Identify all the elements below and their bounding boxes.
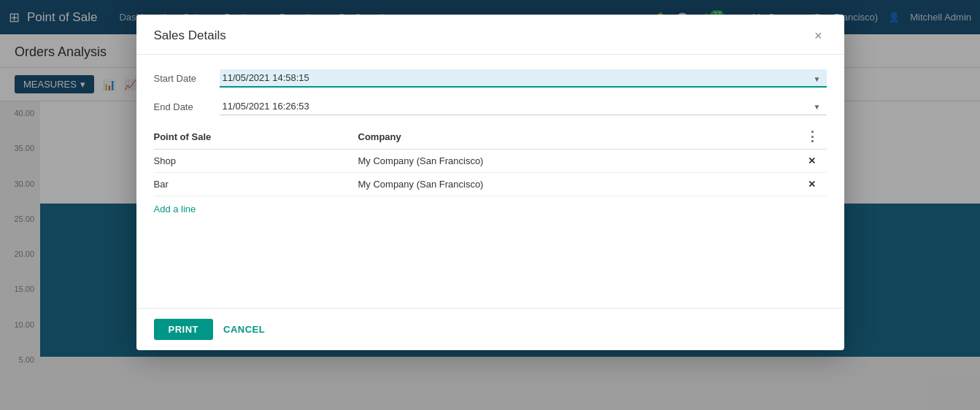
start-date-field-wrap: ▼ [220, 69, 827, 88]
sales-details-modal: Sales Details × Start Date ▼ End Date ▼ [136, 15, 844, 350]
table-row: Bar My Company (San Francisco) ✕ [154, 173, 827, 196]
add-line-link[interactable]: Add a line [154, 204, 196, 214]
end-date-row: End Date ▼ [154, 98, 827, 115]
delete-row-button[interactable]: ✕ [798, 155, 827, 166]
end-date-dropdown-icon: ▼ [814, 103, 821, 111]
start-date-input[interactable] [220, 69, 827, 88]
print-button[interactable]: PRINT [154, 319, 214, 340]
modal-body: Start Date ▼ End Date ▼ Point of Sale Co… [136, 55, 844, 308]
company-name: My Company (San Francisco) [358, 179, 798, 190]
pos-table: Point of Sale Company ⋮ Shop My Company … [154, 128, 827, 214]
end-date-field-wrap: ▼ [220, 98, 827, 115]
pos-name: Bar [154, 179, 358, 190]
end-date-label: End Date [154, 101, 220, 112]
table-header: Point of Sale Company ⋮ [154, 128, 827, 150]
company-name: My Company (San Francisco) [358, 155, 798, 166]
start-date-label: Start Date [154, 73, 220, 84]
modal-title: Sales Details [154, 28, 226, 43]
close-button[interactable]: × [810, 28, 827, 44]
start-date-row: Start Date ▼ [154, 69, 827, 88]
table-row: Shop My Company (San Francisco) ✕ [154, 150, 827, 173]
pos-name: Shop [154, 155, 358, 166]
modal-footer: PRINT CANCEL [136, 308, 844, 350]
modal-header: Sales Details × [136, 15, 844, 55]
end-date-input[interactable] [220, 98, 827, 115]
cancel-button[interactable]: CANCEL [223, 324, 265, 335]
col-header-company: Company [358, 131, 798, 142]
delete-row-button[interactable]: ✕ [798, 179, 827, 190]
col-header-pos: Point of Sale [154, 131, 358, 142]
start-date-dropdown-icon: ▼ [814, 74, 821, 82]
modal-overlay: Sales Details × Start Date ▼ End Date ▼ [0, 0, 980, 410]
col-header-actions[interactable]: ⋮ [798, 128, 827, 144]
